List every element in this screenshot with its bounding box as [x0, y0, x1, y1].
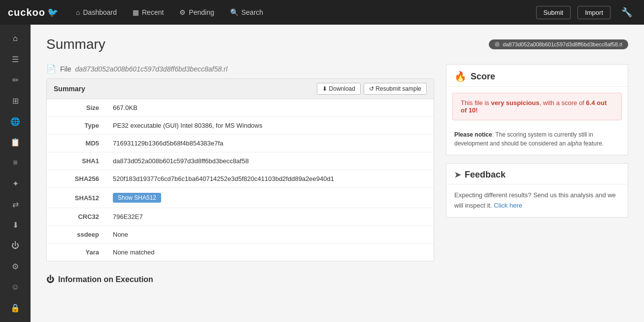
- nav-dashboard-label: Dashboard: [83, 8, 117, 16]
- sidebar-item-face[interactable]: ☺: [4, 277, 26, 297]
- table-row: SHA256 520f183d19377c6cd7b6c1ba640714252…: [47, 170, 434, 188]
- sidebar-item-download[interactable]: ⬇: [4, 215, 26, 235]
- hash-dot-icon: [495, 42, 500, 47]
- ssdeep-value: None: [106, 226, 434, 243]
- download-button[interactable]: ⬇ Download: [317, 83, 361, 95]
- sha1-label: SHA1: [47, 152, 106, 170]
- fire-icon: 🔥: [454, 71, 467, 82]
- score-title: Score: [471, 72, 495, 82]
- feedback-click-here-link[interactable]: Click here: [494, 202, 522, 209]
- sidebar-item-apps[interactable]: ✦: [4, 174, 26, 193]
- sidebar-item-lock[interactable]: 🔒: [4, 298, 26, 318]
- feedback-title: Feedback: [465, 170, 506, 180]
- summary-table-header: Summary ⬇ Download ↺ Resubmit sample: [47, 79, 434, 99]
- md5-label: MD5: [47, 135, 106, 152]
- send-icon: ➤: [454, 170, 461, 179]
- app-name: cuckoo: [8, 7, 45, 18]
- nav-search[interactable]: 🔍 Search: [224, 4, 269, 20]
- page-layout: ⌂ ☰ ✏ ⊞ 🌐 📋 ≡ ✦ ⇄ ⬇ ⏻ ⚙ ☺ 🔒 Summary da87…: [0, 25, 644, 322]
- sidebar-item-power[interactable]: ⏻: [4, 236, 26, 255]
- table-row: SHA512 Show SHA512: [47, 188, 434, 208]
- resubmit-icon: ↺: [369, 85, 374, 92]
- table-row: Type PE32 executable (GUI) Intel 80386, …: [47, 117, 434, 135]
- sidebar-item-edit[interactable]: ✏: [4, 70, 26, 90]
- size-label: Size: [47, 99, 106, 116]
- sidebar-item-home[interactable]: ⌂: [4, 29, 26, 48]
- sidebar-item-clipboard[interactable]: 📋: [4, 132, 26, 152]
- sha256-label: SHA256: [47, 170, 106, 187]
- sha1-value: da873d052a008b601c597d3d8ff6bd3becc8af58: [106, 152, 434, 170]
- sha512-label: SHA512: [47, 189, 106, 207]
- resubmit-label: Resubmit sample: [375, 85, 421, 92]
- side-panel: 🔥 Score This file is very suspicious, wi…: [446, 64, 628, 284]
- score-alert-mid: , with a score of: [540, 99, 586, 107]
- feedback-header: ➤ Feedback: [446, 164, 628, 184]
- sidebar-item-exchange[interactable]: ⇄: [4, 194, 26, 214]
- summary-table: Summary ⬇ Download ↺ Resubmit sample: [46, 78, 434, 261]
- page-title: Summary: [46, 36, 105, 52]
- table-row: ssdeep None: [47, 226, 434, 244]
- table-row: SHA1 da873d052a008b601c597d3d8ff6bd3becc…: [47, 152, 434, 170]
- nav-pending[interactable]: ⚙ Pending: [173, 4, 220, 20]
- file-icon: 📄: [46, 64, 56, 73]
- score-notice-bold: Please notice: [454, 131, 492, 138]
- summary-table-title: Summary: [54, 85, 85, 93]
- download-icon: ⬇: [322, 85, 327, 92]
- md5-value: 716931129b1366d5b68f4b854383e7fa: [106, 135, 434, 152]
- resubmit-button[interactable]: ↺ Resubmit sample: [364, 83, 427, 95]
- show-sha512-button[interactable]: Show SHA512: [113, 193, 161, 203]
- sidebar-item-menu[interactable]: ≡: [4, 153, 26, 173]
- sidebar-item-list[interactable]: ☰: [4, 49, 26, 69]
- sidebar-item-settings[interactable]: ⚙: [4, 256, 26, 276]
- table-actions: ⬇ Download ↺ Resubmit sample: [317, 83, 427, 95]
- file-section: 📄 File da873d052a008b601c597d3d8ff6bd3be…: [46, 64, 628, 284]
- file-main: 📄 File da873d052a008b601c597d3d8ff6bd3be…: [46, 64, 434, 284]
- sha256-value: 520f183d19377c6cd7b6c1ba640714252e3d5f82…: [106, 170, 434, 187]
- table-row: Size 667.0KB: [47, 99, 434, 117]
- hash-badge: da873d052a008b601c597d3d8ff6bd3becc8af58…: [489, 39, 628, 49]
- recent-icon: ▦: [133, 8, 139, 16]
- top-navigation: cuckoo 🐦 ⌂ Dashboard ▦ Recent ⚙ Pending …: [0, 0, 644, 25]
- sidebar-item-grid[interactable]: ⊞: [4, 91, 26, 110]
- app-logo[interactable]: cuckoo 🐦: [8, 7, 58, 18]
- page-title-row: Summary da873d052a008b601c597d3d8ff6bd3b…: [46, 36, 628, 52]
- search-icon: 🔍: [230, 8, 238, 16]
- crc32-value: 796E32E7: [106, 208, 434, 225]
- score-alert-pre: This file is: [461, 99, 491, 107]
- sidebar-item-globe[interactable]: 🌐: [4, 111, 26, 131]
- nav-recent[interactable]: ▦ Recent: [127, 4, 169, 20]
- table-row: MD5 716931129b1366d5b68f4b854383e7fa: [47, 135, 434, 152]
- table-row: Yara None matched: [47, 244, 434, 261]
- nav-dashboard[interactable]: ⌂ Dashboard: [70, 4, 123, 20]
- nav-recent-label: Recent: [142, 8, 164, 16]
- file-name: da873d052a008b601c597d3d8ff6bd3becc8af58…: [75, 65, 228, 73]
- pending-icon: ⚙: [179, 8, 186, 16]
- execution-title: Information on Execution: [58, 275, 153, 284]
- crc32-label: CRC32: [47, 208, 106, 225]
- file-label: File: [60, 65, 71, 73]
- ssdeep-label: ssdeep: [47, 226, 106, 243]
- dashboard-icon: ⌂: [76, 8, 80, 16]
- score-alert: This file is very suspicious, with a sco…: [452, 93, 622, 120]
- yara-label: Yara: [47, 244, 106, 261]
- score-card: 🔥 Score This file is very suspicious, wi…: [446, 64, 628, 155]
- file-header: 📄 File da873d052a008b601c597d3d8ff6bd3be…: [46, 64, 434, 73]
- feedback-body-text: Expecting different results? Send us thi…: [454, 191, 616, 209]
- download-label: Download: [329, 85, 355, 92]
- main-content: Summary da873d052a008b601c597d3d8ff6bd3b…: [31, 25, 644, 322]
- score-suspicious-text: very suspicious: [491, 99, 539, 107]
- feedback-body: Expecting different results? Send us thi…: [446, 184, 628, 217]
- wrench-icon-button[interactable]: 🔧: [617, 5, 636, 20]
- nav-pending-label: Pending: [189, 8, 214, 16]
- submit-button[interactable]: Submit: [536, 6, 571, 19]
- logo-bird-icon: 🐦: [47, 7, 58, 18]
- import-button[interactable]: Import: [577, 6, 610, 19]
- type-label: Type: [47, 117, 106, 134]
- type-value: PE32 executable (GUI) Intel 80386, for M…: [106, 117, 434, 134]
- size-value: 667.0KB: [106, 99, 434, 116]
- score-header: 🔥 Score: [446, 65, 628, 87]
- sha512-value: Show SHA512: [106, 188, 434, 208]
- sidebar: ⌂ ☰ ✏ ⊞ 🌐 📋 ≡ ✦ ⇄ ⬇ ⏻ ⚙ ☺ 🔒: [0, 25, 31, 322]
- execution-header: ⏻ Information on Execution: [46, 275, 434, 284]
- yara-value: None matched: [106, 244, 434, 261]
